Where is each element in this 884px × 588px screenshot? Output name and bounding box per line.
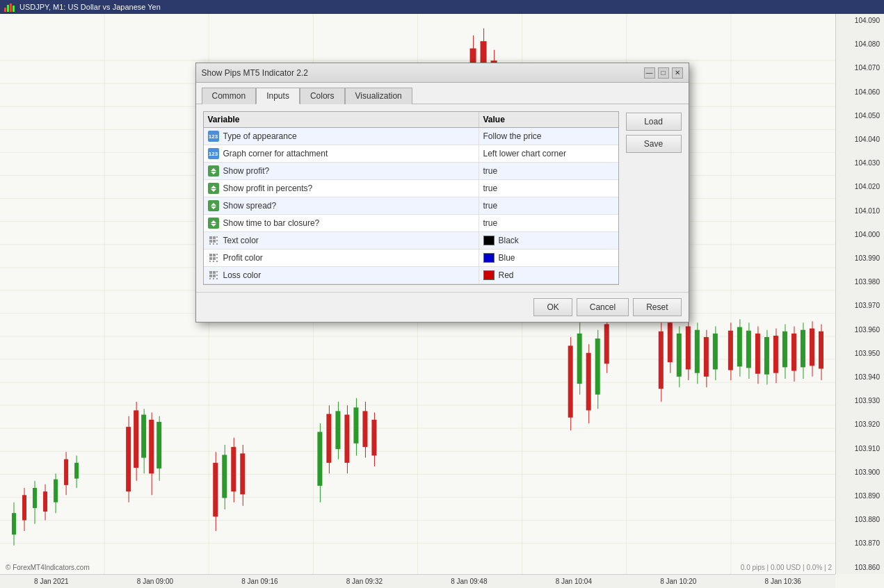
reset-button[interactable]: Reset: [633, 298, 681, 316]
svg-rect-158: [216, 254, 218, 255]
cell-variable-4: Show profit in percents?: [204, 180, 479, 197]
side-buttons: Load Save: [626, 111, 682, 285]
cell-variable-2: 123 Graph corner for attachment: [204, 145, 479, 162]
table-row[interactable]: Show profit? true: [204, 163, 618, 180]
svg-rect-169: [209, 278, 211, 279]
icon-type-bool-5: [208, 200, 219, 211]
table-row[interactable]: Loss color Red: [204, 267, 618, 284]
svg-rect-146: [213, 236, 216, 239]
svg-rect-153: [216, 243, 218, 245]
table-row[interactable]: Text color Black: [204, 232, 618, 250]
table-header: Variable Value: [204, 112, 618, 128]
svg-rect-150: [216, 240, 218, 241]
cell-value-3[interactable]: true: [479, 163, 618, 179]
svg-rect-152: [213, 243, 214, 245]
table-row[interactable]: 123 Type of appearance Follow the price: [204, 128, 618, 145]
color-swatch-loss: [483, 270, 495, 280]
tab-inputs[interactable]: Inputs: [256, 88, 300, 104]
indicator-dialog: Show Pips MT5 Indicator 2.2 — □ ✕ Common…: [195, 63, 689, 322]
close-button[interactable]: ✕: [672, 67, 683, 79]
svg-rect-147: [209, 240, 212, 243]
svg-rect-160: [209, 261, 211, 262]
svg-rect-148: [213, 240, 216, 243]
svg-rect-166: [213, 275, 216, 277]
value-text-7: Black: [499, 236, 519, 245]
variable-label-5: Show spread?: [223, 201, 277, 211]
cell-variable-3: Show profit?: [204, 163, 479, 179]
cell-value-6[interactable]: true: [479, 215, 618, 231]
dialog-footer: OK Cancel Reset: [196, 292, 689, 322]
table-row[interactable]: Show time to bar closure? true: [204, 215, 618, 232]
icon-type-numeric-2: 123: [208, 148, 219, 159]
svg-rect-168: [216, 275, 218, 276]
icon-type-color-8: [208, 252, 219, 263]
table-row[interactable]: Show spread? true: [204, 197, 618, 215]
cell-value-2[interactable]: Left lower chart corner: [479, 145, 618, 162]
dialog-body: Variable Value 123 Type of appearance Fo…: [196, 104, 689, 292]
cell-value-5[interactable]: true: [479, 197, 618, 214]
value-text-9: Red: [499, 270, 514, 280]
svg-rect-159: [216, 257, 218, 259]
variable-label-2: Graph corner for attachment: [223, 149, 328, 158]
variable-label-3: Show profit?: [223, 166, 270, 176]
svg-rect-163: [209, 271, 212, 274]
svg-rect-164: [213, 271, 216, 274]
cell-variable-1: 123 Type of appearance: [204, 128, 479, 145]
cell-value-1[interactable]: Follow the price: [479, 128, 618, 145]
variable-label-9: Loss color: [223, 270, 262, 280]
icon-type-numeric-1: 123: [208, 131, 219, 142]
svg-rect-167: [216, 271, 218, 272]
variable-label-4: Show profit in percents?: [223, 183, 313, 193]
tab-common[interactable]: Common: [202, 88, 257, 104]
cell-value-8[interactable]: Blue: [479, 250, 618, 266]
save-button[interactable]: Save: [626, 135, 682, 153]
value-text-6: true: [483, 218, 498, 228]
dialog-title: Show Pips MT5 Indicator 2.2: [202, 68, 308, 78]
variable-label-8: Profit color: [223, 253, 263, 263]
svg-rect-155: [213, 254, 216, 256]
modal-overlay: Show Pips MT5 Indicator 2.2 — □ ✕ Common…: [0, 0, 884, 588]
svg-rect-170: [213, 278, 214, 279]
cell-variable-9: Loss color: [204, 267, 479, 284]
cell-value-9[interactable]: Red: [479, 267, 618, 284]
svg-rect-171: [216, 278, 218, 279]
value-text-8: Blue: [499, 253, 515, 263]
value-text-4: true: [483, 183, 498, 193]
table-row[interactable]: Profit color Blue: [204, 250, 618, 267]
tab-colors[interactable]: Colors: [300, 88, 345, 104]
svg-rect-157: [213, 257, 216, 260]
icon-type-color-7: [208, 235, 219, 246]
dialog-titlebar: Show Pips MT5 Indicator 2.2 — □ ✕: [196, 63, 689, 83]
icon-type-bool-4: [208, 183, 219, 194]
window-controls: — □ ✕: [644, 67, 683, 79]
cell-variable-7: Text color: [204, 232, 479, 249]
svg-rect-156: [209, 257, 212, 260]
parameters-table: Variable Value 123 Type of appearance Fo…: [203, 111, 619, 285]
cell-value-4[interactable]: true: [479, 180, 618, 197]
cell-value-7[interactable]: Black: [479, 232, 618, 249]
color-swatch-text: [483, 236, 495, 245]
load-button[interactable]: Load: [626, 113, 682, 131]
table-row[interactable]: 123 Graph corner for attachment Left low…: [204, 145, 618, 163]
cell-variable-5: Show spread?: [204, 197, 479, 214]
svg-rect-165: [209, 275, 212, 277]
svg-rect-145: [209, 236, 212, 239]
icon-type-color-9: [208, 270, 219, 281]
icon-type-bool-6: [208, 218, 219, 229]
cell-variable-6: Show time to bar closure?: [204, 215, 479, 231]
svg-rect-162: [216, 261, 218, 262]
minimize-button[interactable]: —: [644, 67, 655, 79]
table-row[interactable]: Show profit in percents? true: [204, 180, 618, 197]
icon-type-bool-3: [208, 165, 219, 177]
svg-rect-149: [216, 236, 218, 238]
svg-rect-151: [209, 243, 211, 245]
variable-label-7: Text color: [223, 236, 259, 245]
maximize-button[interactable]: □: [658, 67, 669, 79]
cancel-button[interactable]: Cancel: [577, 298, 629, 316]
color-swatch-profit: [483, 253, 495, 263]
tab-visualization[interactable]: Visualization: [345, 88, 412, 104]
column-value: Value: [479, 112, 618, 127]
value-text-5: true: [483, 201, 498, 211]
variable-label-1: Type of appearance: [223, 131, 297, 141]
ok-button[interactable]: OK: [533, 298, 572, 316]
